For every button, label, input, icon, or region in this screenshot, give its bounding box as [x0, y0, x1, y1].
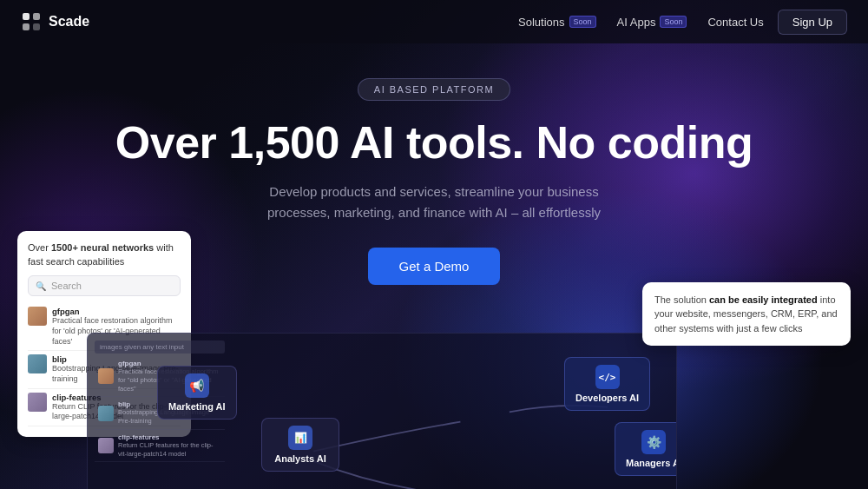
integration-bold: can be easily integrated: [709, 294, 818, 305]
node-managers-label: Managers AI: [626, 458, 677, 468]
nav-ai-apps-label: AI Apps: [617, 16, 656, 29]
mockup-header: images given any text input: [95, 340, 225, 354]
mockup-avatar-3: [98, 438, 114, 453]
neural-card-title: Over 1500+ neural networks with fast sea…: [28, 241, 181, 268]
node-marketing-label: Marketing AI: [168, 401, 226, 412]
result-avatar-1: [28, 307, 47, 326]
nav-solutions-badge: Soon: [569, 16, 596, 28]
node-managers: ⚙️ Managers AI: [615, 422, 677, 476]
hero-title: Over 1,500 AI tools. No coding: [115, 118, 753, 168]
logo-text: Scade: [49, 14, 89, 30]
svg-rect-3: [33, 23, 40, 30]
managers-icon: ⚙️: [641, 430, 666, 454]
node-marketing: 📢 Marketing AI: [157, 366, 237, 420]
search-placeholder: Search: [51, 281, 82, 291]
navbar: Scade Solutions Soon AI Apps Soon Contac…: [0, 0, 868, 43]
logo-icon: [21, 11, 42, 32]
svg-rect-1: [33, 13, 40, 20]
marketing-icon: 📢: [185, 373, 209, 398]
search-icon: 🔍: [36, 281, 46, 291]
svg-rect-2: [23, 23, 30, 30]
hero-subtitle: Develop products and services, streamlin…: [252, 182, 616, 223]
mockup-area: images given any text input gfpgan Pract…: [87, 333, 677, 489]
hero-badge: AI BASED PLATFORM: [358, 78, 510, 101]
mockup-content: images given any text input gfpgan Pract…: [88, 334, 676, 489]
search-bar[interactable]: 🔍 Search: [28, 275, 181, 296]
node-analysts: 📊 Analysts AI: [261, 418, 339, 472]
node-developers-label: Developers AI: [575, 393, 639, 403]
integration-text: The solution can be easily integrated in…: [654, 293, 838, 336]
bottom-section: Over 1500+ neural networks with fast sea…: [0, 298, 868, 489]
result-avatar-2: [28, 354, 47, 373]
result-avatar-3: [28, 393, 47, 412]
nav-ai-apps-badge: Soon: [660, 16, 687, 28]
svg-rect-0: [23, 13, 30, 20]
nav-solutions[interactable]: Solutions Soon: [511, 12, 603, 32]
mockup-row-3: clip-features Return CLIP features for t…: [95, 430, 225, 463]
mockup-avatar-1: [98, 368, 114, 384]
mockup-text-3: clip-features Return CLIP features for t…: [118, 433, 221, 459]
logo[interactable]: Scade: [21, 11, 89, 32]
node-developers: </> Developers AI: [564, 357, 650, 411]
integration-card: The solution can be easily integrated in…: [642, 282, 851, 347]
nav-contact-label: Contact Us: [707, 16, 763, 29]
mockup-avatar-2: [98, 406, 114, 421]
nav-ai-apps[interactable]: AI Apps Soon: [610, 12, 694, 32]
neural-count-bold: 1500+ neural networks: [51, 242, 154, 253]
analysts-icon: 📊: [288, 426, 312, 450]
nav-links: Solutions Soon AI Apps Soon Contact Us S…: [511, 10, 847, 35]
nav-solutions-label: Solutions: [518, 16, 564, 29]
signup-button[interactable]: Sign Up: [778, 10, 847, 35]
developers-icon: </>: [595, 365, 620, 389]
cta-button[interactable]: Get a Demo: [368, 248, 501, 285]
node-analysts-label: Analysts AI: [274, 453, 326, 464]
nav-contact[interactable]: Contact Us: [700, 12, 770, 32]
